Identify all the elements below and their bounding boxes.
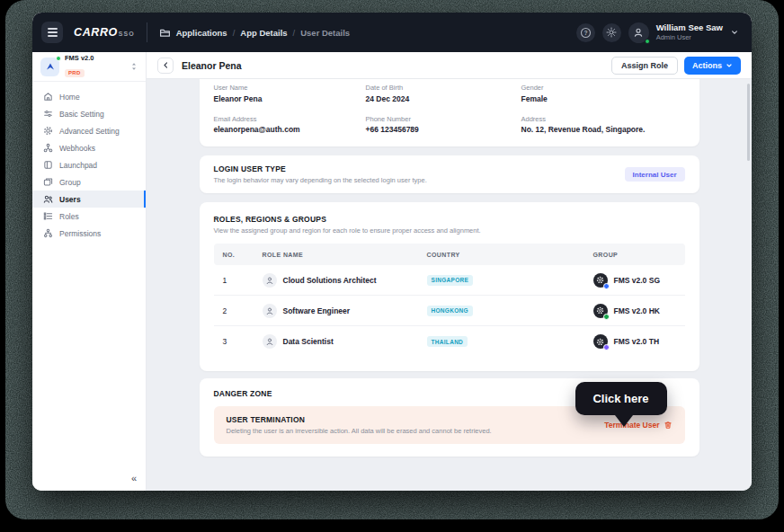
person-icon — [633, 27, 644, 38]
user-avatar[interactable] — [628, 22, 649, 43]
page-actions: Assign Role Actions — [611, 57, 741, 75]
click-here-tooltip: Click here — [575, 382, 667, 415]
folders-icon — [43, 177, 53, 187]
screen: CARRO SSO Applications / App Details / U… — [0, 0, 784, 532]
login-user-type-card: LOGIN USER TYPE The login behavior may v… — [200, 155, 699, 193]
breadcrumb-separator: / — [233, 28, 236, 38]
svg-text:?: ? — [584, 29, 587, 35]
back-button[interactable] — [157, 58, 174, 74]
topbar-user-name: William See Saw — [656, 22, 723, 33]
chevron-down-icon — [730, 28, 739, 37]
select-chevrons-icon — [129, 61, 138, 72]
environment-badge: PRD — [65, 69, 85, 77]
app-window: CARRO SSO Applications / App Details / U… — [32, 13, 752, 491]
main-area: Eleanor Pena Assign Role Actions — [147, 52, 752, 491]
online-status-dot — [645, 39, 650, 44]
help-button[interactable]: ? — [576, 23, 595, 42]
app-logo — [40, 58, 59, 76]
app-selector[interactable]: FMS v2.0 PRD — [32, 52, 146, 82]
page-header: Eleanor Pena Assign Role Actions — [147, 52, 752, 79]
brand-logo: CARRO SSO — [74, 26, 135, 39]
user-termination-description: Deleting the user is an irreversible act… — [227, 427, 492, 435]
sliders-icon — [43, 109, 53, 119]
gear-icon — [43, 126, 53, 136]
field-date-of-birth: Date of Birth 24 Dec 2024 — [366, 84, 521, 103]
hamburger-menu-button[interactable] — [41, 22, 63, 43]
sidebar-item-group[interactable]: Group — [32, 173, 146, 191]
brand-name: CARRO — [74, 26, 118, 39]
brand-suffix: SSO — [119, 31, 135, 37]
country-badge: SINGAPORE — [427, 275, 474, 286]
roles-section-title: ROLES, REGIONS & GROUPS — [214, 215, 685, 224]
field-phone-number: Phone Number +66 123456789 — [366, 115, 521, 135]
table-row[interactable]: 3 Data Scientist THAILAND — [214, 326, 685, 357]
app-online-dot — [56, 56, 61, 61]
sidebar-item-webhooks[interactable]: Webhooks — [32, 139, 146, 156]
folder-icon — [159, 27, 171, 39]
trash-icon — [664, 421, 673, 430]
sidebar-item-basic-setting[interactable]: Basic Setting — [32, 105, 146, 122]
table-row[interactable]: 2 Software Engineer HONGKONG — [214, 296, 685, 326]
group-gear-icon — [593, 334, 608, 349]
sun-icon — [606, 27, 617, 38]
danger-zone-card: DANGER ZONE Click here USER TERMINATION … — [200, 378, 699, 457]
topbar-user-role: Admin User — [656, 33, 723, 41]
roles-list-icon — [43, 211, 53, 221]
roles-section-subtitle: View the assigned group and region for e… — [214, 226, 685, 235]
hamburger-icon — [48, 28, 58, 30]
table-row[interactable]: 1 Cloud Solutions Architect SINGAPORE — [214, 265, 685, 296]
app-logo-icon — [45, 61, 56, 72]
sidebar-item-home[interactable]: Home — [32, 88, 146, 105]
role-person-icon — [263, 273, 277, 288]
sidebar-item-roles[interactable]: Roles — [32, 208, 146, 225]
sidebar-menu: Home Basic Setting Advanced Setting — [32, 82, 146, 242]
field-gender: Gender Female — [521, 84, 685, 103]
login-user-type-subtitle: The login behavior may vary depending on… — [214, 176, 427, 184]
theme-toggle-button[interactable] — [602, 23, 621, 42]
assign-role-button[interactable]: Assign Role — [611, 57, 678, 75]
breadcrumb-applications[interactable]: Applications — [176, 28, 227, 38]
breadcrumb-user-details: User Details — [300, 28, 350, 38]
sidebar-collapse-button[interactable]: « — [131, 473, 137, 483]
country-badge: THAILAND — [427, 336, 468, 347]
content-scroll-area[interactable]: User Name Eleanor Pena Date of Birth 24 … — [147, 79, 752, 491]
webhook-icon — [43, 143, 53, 153]
group-region-dot — [603, 314, 610, 320]
field-address: Address No. 12, Revenue Road, Singapore. — [521, 115, 685, 135]
field-user-name: User Name Eleanor Pena — [214, 84, 366, 103]
breadcrumb: Applications / App Details / User Detail… — [159, 27, 350, 39]
user-menu-chevron[interactable] — [730, 28, 739, 37]
launchpad-icon — [43, 160, 53, 170]
group-gear-icon — [593, 273, 608, 288]
role-person-icon — [263, 304, 277, 318]
chevron-left-icon — [162, 61, 170, 69]
sidebar-item-advanced-setting[interactable]: Advanced Setting — [32, 122, 146, 139]
scrollbar-thumb[interactable] — [747, 84, 750, 161]
field-email-address: Email Address eleanorpena@auth.com — [214, 115, 366, 135]
sidebar-item-permissions[interactable]: Permissions — [32, 225, 146, 242]
home-icon — [43, 92, 53, 102]
sidebar-item-users[interactable]: Users — [32, 191, 146, 208]
help-icon: ? — [580, 27, 592, 39]
user-termination-title: USER TERMINATION — [227, 415, 492, 424]
group-gear-icon — [593, 304, 608, 318]
roles-table-header: NO. ROLE NAME COUNTRY GROUP — [214, 244, 685, 265]
user-meta: William See Saw Admin User — [656, 22, 723, 41]
country-badge: HONGKONG — [427, 306, 473, 316]
users-icon — [43, 194, 53, 204]
breadcrumb-app-details[interactable]: App Details — [240, 28, 287, 38]
chevron-down-icon — [726, 62, 733, 69]
sidebar: FMS v2.0 PRD Home — [32, 52, 147, 491]
divider — [147, 22, 147, 42]
breadcrumb-separator: / — [293, 28, 296, 38]
topbar-right: ? William See Saw Adm — [576, 22, 739, 43]
role-person-icon — [263, 334, 277, 349]
actions-button[interactable]: Actions — [684, 57, 741, 75]
user-details-card: User Name Eleanor Pena Date of Birth 24 … — [200, 79, 699, 146]
page-title: Eleanor Pena — [182, 60, 242, 71]
roles-table: NO. ROLE NAME COUNTRY GROUP 1 — [214, 244, 685, 357]
hierarchy-icon — [43, 228, 53, 238]
roles-regions-groups-card: ROLES, REGIONS & GROUPS View the assigne… — [200, 202, 699, 371]
app-name: FMS v2.0 — [65, 55, 124, 62]
sidebar-item-launchpad[interactable]: Launchpad — [32, 156, 146, 173]
